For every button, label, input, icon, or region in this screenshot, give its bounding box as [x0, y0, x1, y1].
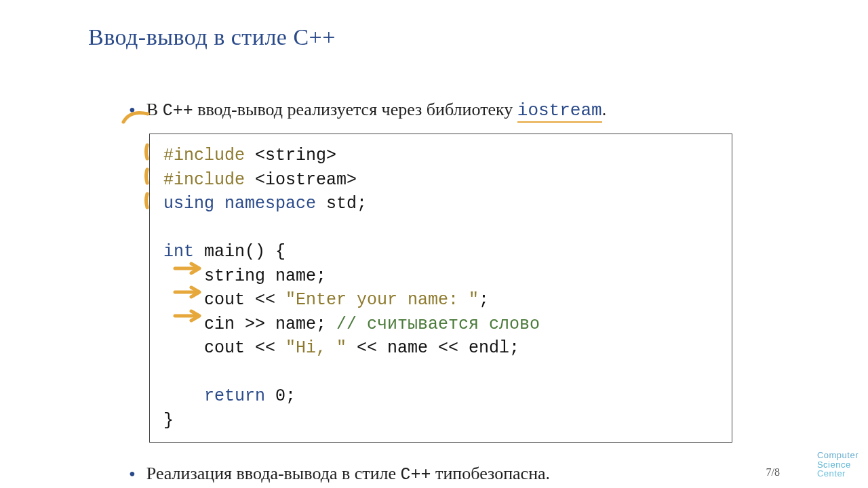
code-line-2: #include <iostream> — [163, 168, 718, 192]
library-name: iostream — [517, 100, 602, 123]
token: cout << — [204, 290, 285, 310]
code-line-5: int main() { — [163, 240, 718, 264]
code-line-3: using namespace std; — [163, 192, 718, 216]
token-preproc: #include — [163, 170, 245, 190]
token-keyword: using — [163, 194, 214, 214]
text-fragment: типобезопасна. — [431, 464, 551, 483]
token: string name; — [204, 266, 326, 286]
indent — [163, 338, 204, 358]
token: << name << endl; — [347, 338, 519, 358]
logo-line: Science — [817, 460, 859, 470]
slide: Ввод-вывод в стиле C++ • В C++ ввод-выво… — [0, 0, 868, 488]
code-line-blank — [163, 216, 718, 241]
token-comment: // считывается слово — [336, 314, 540, 334]
code-line-blank2 — [163, 361, 718, 385]
code-line-7: cout << "Enter your name: "; — [163, 288, 718, 312]
bullet-2-text: Реализация ввода-вывода в стиле C++ типо… — [146, 462, 550, 487]
logo-line: Computer — [817, 451, 859, 460]
logo-line: Center — [817, 469, 859, 479]
token: } — [163, 411, 174, 430]
text-fragment: В — [146, 100, 163, 119]
slide-title: Ввод-вывод в стиле C++ — [88, 24, 800, 50]
token: <iostream> — [245, 170, 357, 190]
text-fragment: ввод-вывод реализуется через библиотеку — [193, 100, 517, 119]
token: 0; — [265, 386, 296, 406]
page-number: 7/8 — [766, 466, 780, 479]
code-block: #include <string> #include <iostream> us… — [149, 134, 732, 443]
text-fragment: Реализация ввода-вывода в стиле — [146, 464, 401, 483]
indent — [163, 290, 204, 310]
token-string: "Enter your name: " — [285, 290, 479, 310]
token: <string> — [245, 146, 336, 165]
code-line-11: return 0; — [163, 384, 718, 409]
token: cout << — [204, 338, 285, 358]
token-string: "Hi, " — [285, 338, 347, 358]
token-keyword: namespace — [224, 194, 316, 214]
code-line-1: #include <string> — [163, 144, 718, 168]
token: std; — [316, 194, 367, 214]
text-fragment: C++ — [163, 101, 193, 121]
token: ; — [479, 290, 489, 310]
text-fragment: . — [602, 100, 607, 119]
bullet-dot-icon: • — [129, 101, 136, 120]
token: main() { — [194, 242, 285, 262]
bullet-1-text: В C++ ввод-вывод реализуется через библи… — [146, 98, 606, 123]
bullet-2: • Реализация ввода-вывода в стиле C++ ти… — [129, 462, 800, 487]
indent — [163, 386, 204, 406]
token-preproc: #include — [163, 146, 245, 165]
token: cin >> name; — [204, 314, 336, 334]
code-line-6: string name; — [163, 264, 718, 289]
token-keyword: int — [163, 242, 194, 262]
code-line-9: cout << "Hi, " << name << endl; — [163, 336, 718, 361]
token-keyword: return — [204, 386, 265, 406]
indent — [163, 314, 204, 334]
code-line-8: cin >> name; // считывается слово — [163, 312, 718, 337]
bullet-dot-icon: • — [129, 465, 136, 484]
text-fragment: C++ — [401, 465, 431, 485]
bullet-1: • В C++ ввод-вывод реализуется через биб… — [129, 98, 800, 123]
code-line-12: } — [163, 409, 718, 433]
indent — [163, 266, 204, 286]
logo-computer-science-center: Computer Science Center — [817, 451, 859, 479]
